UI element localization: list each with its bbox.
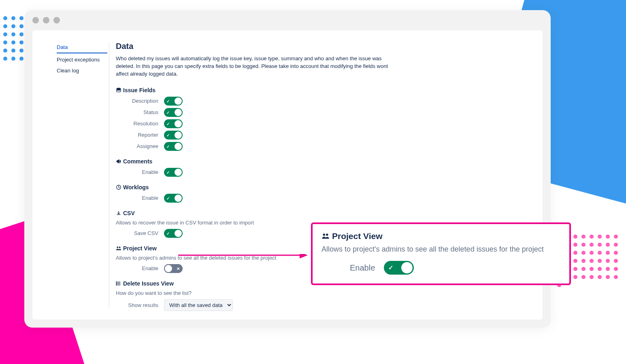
callout-panel: Project View Allows to project's admins … <box>311 222 571 285</box>
field-label-description: Description <box>116 98 158 104</box>
svg-point-5 <box>116 283 117 284</box>
section-comments-title: Comments <box>123 158 152 165</box>
svg-point-9 <box>323 234 326 236</box>
toggle-status[interactable]: ✓ <box>164 108 183 117</box>
list-icon <box>116 281 121 286</box>
toggle-worklogs[interactable]: ✓ <box>164 194 183 203</box>
section-csv-title: CSV <box>123 210 135 216</box>
field-label-project-view-enable: Enable <box>116 265 158 271</box>
megaphone-icon <box>116 159 121 164</box>
sidebar-item-project-exceptions[interactable]: Project exceptions <box>57 54 107 65</box>
page-description: Who deleted my issues will automatically… <box>116 55 399 78</box>
callout-enable-label: Enable <box>350 263 375 273</box>
field-label-save-csv: Save CSV <box>116 230 158 236</box>
window-close-button[interactable] <box>32 17 39 23</box>
svg-point-6 <box>116 284 117 285</box>
toggle-description[interactable]: ✓ <box>164 97 183 106</box>
browser-titlebar <box>24 10 551 30</box>
sidebar-item-data[interactable]: Data <box>57 42 107 53</box>
field-label-show-results: Show results <box>116 302 158 308</box>
sidebar-nav: Data Project exceptions Clean log <box>57 42 107 308</box>
svg-marker-8 <box>300 254 308 258</box>
field-label-worklogs-enable: Enable <box>116 195 158 201</box>
window-minimize-button[interactable] <box>43 17 49 23</box>
toggle-project-view[interactable]: ✕ <box>164 264 183 273</box>
toggle-reporter[interactable]: ✓ <box>164 131 183 140</box>
field-label-reporter: Reporter <box>116 132 158 138</box>
section-issue-fields-header: Issue Fields <box>116 87 518 93</box>
sidebar-item-clean-log[interactable]: Clean log <box>57 65 107 76</box>
svg-point-10 <box>326 234 328 236</box>
clock-icon <box>116 184 121 190</box>
section-worklogs-header: Worklogs <box>116 184 518 190</box>
field-label-resolution: Resolution <box>116 121 158 127</box>
section-issue-fields-title: Issue Fields <box>123 87 155 93</box>
field-label-status: Status <box>116 109 158 115</box>
database-icon <box>116 87 121 93</box>
section-comments-header: Comments <box>116 158 518 165</box>
section-worklogs-title: Worklogs <box>123 184 149 190</box>
users-icon <box>322 232 330 240</box>
window-maximize-button[interactable] <box>53 17 60 23</box>
svg-point-2 <box>117 246 118 248</box>
callout-title: Project View <box>332 231 383 241</box>
callout-title-row: Project View <box>322 231 560 241</box>
svg-point-4 <box>116 281 117 282</box>
delete-view-question: How do you want to see the list? <box>116 290 518 296</box>
section-delete-view-title: Delete Issues View <box>123 280 174 287</box>
toggle-assignee[interactable]: ✓ <box>164 142 183 151</box>
toggle-comments[interactable]: ✓ <box>164 168 183 177</box>
section-project-view-title: Project View <box>123 245 157 252</box>
section-csv-header: CSV <box>116 210 518 216</box>
page-title: Data <box>116 42 518 51</box>
vertical-divider <box>109 42 109 308</box>
download-icon <box>116 210 121 216</box>
callout-toggle-project-view[interactable]: ✓ <box>384 261 414 275</box>
field-label-comments-enable: Enable <box>116 169 158 175</box>
field-label-assignee: Assignee <box>116 143 158 149</box>
select-show-results[interactable]: With all the saved data <box>164 299 233 311</box>
callout-arrow <box>178 254 308 256</box>
toggle-save-csv[interactable]: ✓ <box>164 229 183 238</box>
users-icon <box>116 245 121 251</box>
svg-point-3 <box>119 246 121 248</box>
callout-description: Allows to project's admins to see all th… <box>322 245 560 254</box>
toggle-resolution[interactable]: ✓ <box>164 119 183 128</box>
